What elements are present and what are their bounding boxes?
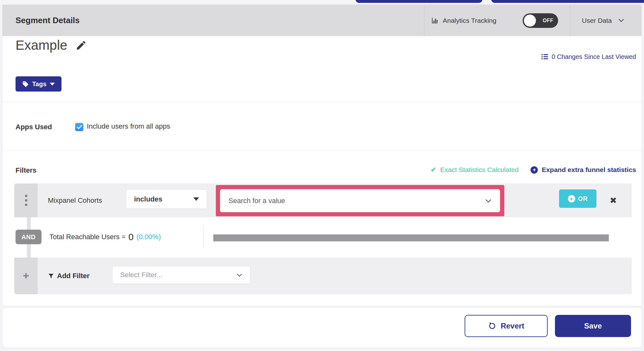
- user-data-dropdown[interactable]: User Data: [582, 5, 624, 36]
- reachable-users-percent: (0.00%): [136, 233, 161, 241]
- add-filter-plus-handle[interactable]: ✚: [14, 258, 38, 294]
- filters-title: Filters: [16, 166, 36, 175]
- bar-chart-icon: [431, 16, 439, 25]
- remove-filter-button[interactable]: ✖: [608, 183, 619, 217]
- segment-details-card: Segment Details Analytics Tracking OFF U…: [2, 4, 642, 306]
- highlight-annotation: Search for a value: [216, 185, 504, 216]
- changes-link-label: 0 Changes Since Last Viewed: [552, 53, 636, 61]
- chevron-down-icon: [485, 199, 492, 203]
- filters-stats-row: ✔ Exact Statistics Calculated + Expand e…: [431, 166, 636, 174]
- vertical-divider: [203, 226, 203, 248]
- toggle-state-label: OFF: [543, 13, 554, 28]
- add-filter-row: ✚ Add Filter Select Filter...: [14, 258, 632, 294]
- tag-icon: [22, 81, 29, 87]
- drag-dot: [25, 199, 27, 201]
- value-search-placeholder: Search for a value: [229, 197, 285, 205]
- plus-icon: ✚: [23, 272, 29, 280]
- caret-down-icon: [50, 83, 55, 86]
- card-header: Segment Details Analytics Tracking OFF U…: [3, 5, 641, 36]
- plus-circle-icon: +: [568, 195, 575, 202]
- filter-row: Mixpanel Cohorts includes Search for a v…: [14, 183, 632, 217]
- include-all-apps-label: Include users from all apps: [87, 122, 170, 131]
- exact-stats-label: Exact Statistics Calculated: [440, 166, 518, 174]
- edit-pencil-icon[interactable]: [75, 40, 87, 51]
- analytics-tracking-label: Analytics Tracking: [443, 17, 496, 24]
- and-badge: AND: [16, 230, 42, 244]
- select-filter-placeholder: Select Filter...: [120, 271, 162, 279]
- caret-down-icon: [193, 197, 199, 201]
- drag-dot: [25, 195, 27, 197]
- user-data-label: User Data: [582, 17, 612, 24]
- revert-icon: [488, 322, 496, 330]
- analytics-tracking-group: Analytics Tracking: [431, 5, 496, 36]
- drag-dot: [25, 204, 27, 206]
- segment-name: Example: [16, 38, 67, 53]
- expand-funnel-stats-link[interactable]: Expand extra funnel statistics: [542, 166, 636, 174]
- section-divider: [3, 102, 641, 102]
- section-divider-2: [3, 150, 641, 150]
- select-filter-dropdown[interactable]: Select Filter...: [112, 266, 251, 284]
- revert-button-label: Revert: [501, 322, 525, 330]
- tags-button[interactable]: Tags: [16, 76, 61, 92]
- chevron-down-icon: [618, 19, 624, 22]
- reachable-users-progress-bar: [213, 234, 609, 241]
- reachable-users-value: 0: [128, 232, 133, 242]
- top-partial-button-right[interactable]: [491, 0, 644, 3]
- chevron-down-icon: [236, 273, 242, 277]
- segment-name-row: Example: [16, 38, 87, 53]
- operator-select[interactable]: includes: [126, 189, 207, 209]
- check-icon: ✔: [431, 166, 436, 174]
- changes-since-last-viewed-link[interactable]: 0 Changes Since Last Viewed: [541, 52, 636, 61]
- footer-actions-card: Revert Save: [2, 307, 642, 348]
- add-or-condition-button[interactable]: + OR: [559, 189, 596, 208]
- include-all-apps-checkbox[interactable]: [75, 123, 83, 131]
- apps-used-label: Apps Used: [16, 123, 52, 131]
- page-title: Segment Details: [16, 5, 80, 36]
- reachable-users-line: Total Reachable Users = 0 (0.00%): [49, 228, 161, 246]
- drag-handle[interactable]: [14, 183, 38, 217]
- header-divider: [424, 5, 424, 36]
- header-divider-2: [570, 5, 570, 36]
- save-button-label: Save: [584, 322, 602, 330]
- add-filter-label: Add Filter: [57, 272, 90, 280]
- analytics-tracking-toggle[interactable]: OFF: [523, 13, 558, 28]
- plus-circle-icon: +: [531, 166, 538, 174]
- segment-details-page: Segment Details Analytics Tracking OFF U…: [0, 0, 644, 351]
- checkmark-icon: [77, 125, 82, 129]
- save-button[interactable]: Save: [555, 315, 631, 337]
- reachable-users-label: Total Reachable Users =: [49, 233, 126, 241]
- value-search-select[interactable]: Search for a value: [220, 189, 500, 212]
- funnel-icon: [48, 273, 54, 279]
- or-button-label: OR: [578, 195, 588, 202]
- toggle-knob: [524, 15, 536, 27]
- filter-name: Mixpanel Cohorts: [48, 183, 102, 217]
- add-filter-group: Add Filter: [48, 258, 90, 294]
- top-partial-button-left[interactable]: [356, 0, 482, 3]
- change-list-icon: [541, 53, 549, 61]
- revert-button[interactable]: Revert: [465, 315, 548, 337]
- tags-button-label: Tags: [32, 80, 46, 88]
- operator-value: includes: [134, 195, 162, 203]
